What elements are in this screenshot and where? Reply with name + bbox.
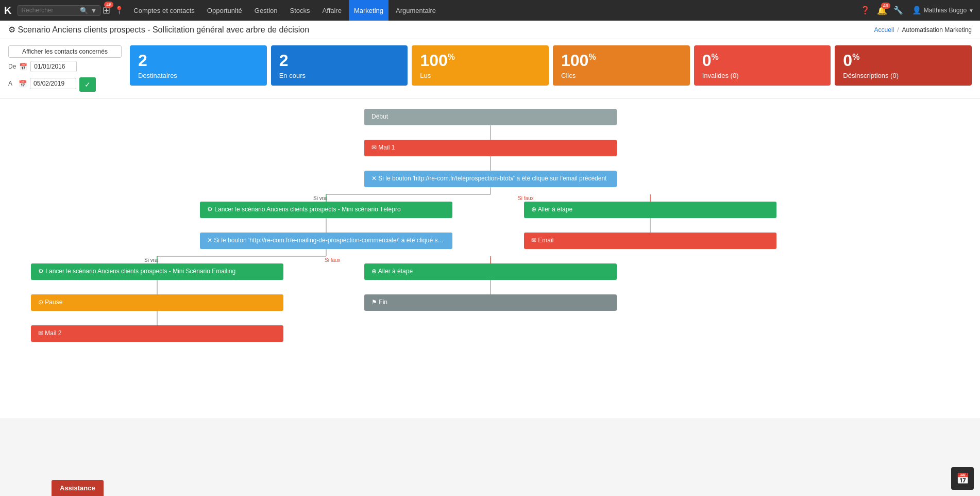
stat-value-desinscriptions: 0% [843, 52, 964, 70]
node-mail2[interactable]: ✉ Mail 2 [31, 325, 283, 342]
stat-value-lus: 100% [420, 52, 540, 70]
bell-badge: 46 [881, 3, 890, 9]
nav-item-affaire[interactable]: Affaire [317, 0, 347, 21]
app-logo[interactable]: K [4, 5, 11, 16]
nav-item-marketing[interactable]: Marketing [349, 0, 388, 21]
stat-value-destinataires: 2 [138, 52, 259, 70]
stat-value-encours: 2 [279, 52, 400, 70]
stat-value-clics: 100% [561, 52, 682, 70]
node-email1[interactable]: ✉ Email [524, 233, 776, 249]
nav-item-opportunite[interactable]: Opportunité [202, 0, 247, 21]
stat-card-encours: 2 En cours [271, 45, 408, 86]
stat-cards: 2 Destinataires 2 En cours 100% Lus 100%… [130, 45, 972, 86]
node-debut[interactable]: Début [364, 109, 617, 125]
show-contacts-button[interactable]: Afficher les contacts concernés [8, 45, 122, 58]
nav-item-stocks[interactable]: Stocks [285, 0, 315, 21]
breadcrumb-separator: / [897, 26, 899, 34]
date-to-label: A [8, 80, 15, 87]
stat-label-destinataires: Destinataires [138, 72, 259, 79]
workflow-area: Début ✉ Mail 1 ✕ Si le bouton 'http://re… [0, 98, 980, 418]
user-name[interactable]: Matthias Buggo [924, 7, 967, 14]
label-si-faux-2: Si faux [325, 257, 341, 263]
node-condition1[interactable]: ✕ Si le bouton 'http://re-com.fr/telepro… [364, 171, 617, 187]
help-icon[interactable]: ❓ [858, 3, 873, 18]
search-icon[interactable]: 🔍 [80, 7, 88, 14]
filter-icon[interactable]: ▼ [90, 7, 97, 14]
filter-submit-button[interactable]: ✓ [79, 77, 96, 92]
breadcrumb-home[interactable]: Accueil [874, 26, 894, 34]
calendar-from-icon[interactable]: 📅 [19, 63, 27, 71]
node-launch1[interactable]: ⚙ Lancer le scénario Anciens clients pro… [200, 202, 452, 218]
date-from-label: De [8, 63, 16, 70]
date-to-row: A 📅 ✓ [8, 75, 122, 92]
stat-label-desinscriptions: Désinscriptions (0) [843, 72, 964, 79]
node-condition2[interactable]: ✕ Si le bouton 'http://re-com.fr/e-maili… [200, 233, 452, 249]
chevron-down-icon: ▼ [969, 8, 974, 13]
stats-bar: Afficher les contacts concernés De 📅 A 📅… [0, 39, 980, 98]
user-avatar[interactable]: 👤 Matthias Buggo ▼ [910, 3, 976, 18]
label-si-vrai-2: Si vrai [144, 257, 159, 263]
label-si-faux-1: Si faux [518, 195, 534, 201]
stat-card-lus: 100% Lus [412, 45, 549, 86]
nav-badge: 46 [104, 2, 113, 8]
stat-value-invalides: 0% [702, 52, 823, 70]
filter-section: Afficher les contacts concernés De 📅 A 📅… [8, 45, 122, 92]
calendar-to-icon[interactable]: 📅 [19, 80, 27, 88]
nav-item-gestion[interactable]: Gestion [249, 0, 283, 21]
breadcrumb-bar: ⚙ Scenario Anciens clients prospects - S… [0, 21, 980, 39]
stat-card-clics: 100% Clics [553, 45, 690, 86]
node-mail1[interactable]: ✉ Mail 1 [364, 140, 617, 156]
workflow-container: Début ✉ Mail 1 ✕ Si le bouton 'http://re… [10, 109, 970, 408]
stat-label-clics: Clics [561, 72, 682, 79]
stat-card-destinataires: 2 Destinataires [130, 45, 267, 86]
stat-label-invalides: Invalides (0) [702, 72, 823, 79]
breadcrumb: Accueil / Automatisation Marketing [874, 26, 972, 34]
top-navigation: K 🔍 ▼ ⊞ 46 📍 Comptes et contacts Opportu… [0, 0, 980, 21]
stat-card-desinscriptions: 0% Désinscriptions (0) [835, 45, 972, 86]
node-pause[interactable]: ⊙ Pause [31, 294, 283, 311]
nav-item-argumentaire[interactable]: Argumentaire [391, 0, 441, 21]
nav-badge-icon[interactable]: ⊞ 46 [103, 5, 110, 16]
search-box[interactable]: 🔍 ▼ [18, 5, 100, 16]
node-launch2[interactable]: ⚙ Lancer le scénario Anciens clients pro… [31, 263, 283, 280]
wrench-icon[interactable]: 🔧 [891, 3, 906, 18]
nav-item-comptes[interactable]: Comptes et contacts [128, 0, 200, 21]
page-title: ⚙ Scenario Anciens clients prospects - S… [8, 25, 309, 35]
label-si-vrai-1: Si vrai [313, 195, 328, 201]
node-aller2[interactable]: ⊕ Aller à étape [364, 263, 617, 280]
date-from-row: De 📅 [8, 61, 122, 72]
search-input[interactable] [21, 7, 78, 14]
user-icon: 👤 [912, 6, 922, 15]
node-aller1[interactable]: ⊕ Aller à étape [524, 202, 776, 218]
stat-card-invalides: 0% Invalides (0) [694, 45, 831, 86]
date-to-input[interactable] [30, 78, 76, 89]
map-icon[interactable]: 📍 [112, 6, 126, 15]
stat-label-encours: En cours [279, 72, 400, 79]
breadcrumb-section: Automatisation Marketing [902, 26, 972, 34]
date-from-input[interactable] [30, 61, 77, 72]
node-fin[interactable]: ⚑ Fin [364, 294, 617, 311]
stat-label-lus: Lus [420, 72, 540, 79]
bell-badge-container[interactable]: 🔔 46 [877, 6, 887, 15]
nav-right: ❓ 🔔 46 🔧 👤 Matthias Buggo ▼ [858, 3, 976, 18]
